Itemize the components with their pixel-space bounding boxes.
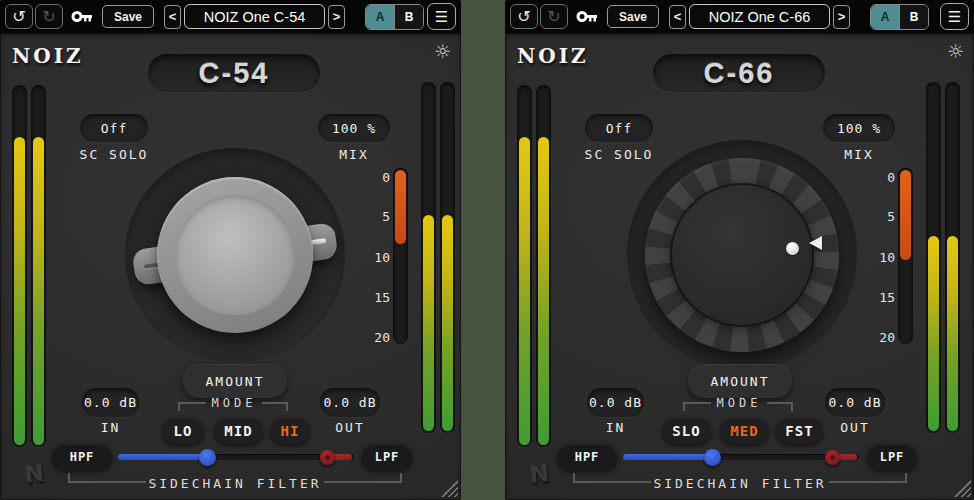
output-meter-left [926,82,941,433]
mix-value[interactable]: 100 % [318,114,390,142]
redo-button[interactable]: ↻ [540,4,568,29]
input-gain-value[interactable]: 0.0 dB [82,388,139,417]
undo-button[interactable]: ↺ [510,4,538,29]
model-title: C-54 [199,57,270,90]
output-meter-right [440,82,455,433]
model-title-plate: C-66 [653,54,825,92]
input-gain-label: IN [82,420,139,435]
gain-reduction-meter [898,168,913,344]
meter-fill [395,170,406,244]
preset-next-button[interactable]: > [328,5,345,29]
input-gain-value[interactable]: 0.0 dB [587,388,644,417]
output-meter-right [945,82,960,433]
mode-button-med[interactable]: MED [720,417,769,444]
lpf-slider-handle[interactable] [320,450,335,465]
plugin-window-c66: ↺ ↻ Save < NOIZ One C-66 > A B ☰ NOIZ C-… [505,0,974,500]
ab-b-button[interactable]: B [394,5,423,29]
mode-label: MODE [204,396,264,410]
output-gain-value[interactable]: 0.0 dB [320,388,380,417]
mode-button-mid[interactable]: MID [214,417,263,444]
hpf-slider-handle[interactable] [704,449,721,466]
gain-reduction-meter [393,168,408,344]
gr-tick: 5 [869,209,895,224]
output-gain-value[interactable]: 0.0 dB [825,388,885,417]
ab-compare-toggle: A B [365,4,424,30]
sidechain-filter-label: SIDECHAIN FILTER [651,476,829,491]
output-gain-label: OUT [825,420,885,435]
hpf-slider-fill [118,454,209,460]
ab-a-button[interactable]: A [366,5,394,29]
save-button[interactable]: Save [102,5,154,28]
gr-tick: 20 [364,330,390,345]
sidechain-bracket-left [573,473,651,483]
sidechain-filter-track[interactable] [118,454,354,460]
hpf-slider-handle[interactable] [199,449,216,466]
brightness-icon[interactable]: ☼ [947,40,964,62]
undo-button[interactable]: ↺ [5,4,33,29]
ab-a-button[interactable]: A [871,5,899,29]
gr-tick: 5 [364,209,390,224]
preset-selector[interactable]: NOIZ One C-66 [689,4,830,29]
mix-value[interactable]: 100 % [823,114,895,142]
knob-pointer-icon [809,236,822,250]
key-icon[interactable] [576,10,599,23]
gr-tick: 0 [364,170,390,185]
model-title-plate: C-54 [148,54,320,92]
gr-tick: 0 [869,170,895,185]
model-title: C-66 [704,57,775,90]
input-meter-left [517,85,532,447]
ab-compare-toggle: A B [870,4,929,30]
n-logo: N [530,459,550,489]
toolbar: ↺ ↻ Save < NOIZ One C-54 > A B ☰ [0,0,461,33]
output-gain-label: OUT [320,420,380,435]
mode-bracket-right [262,402,288,411]
mode-button-fst[interactable]: FST [776,417,823,444]
meter-fill [33,137,44,445]
mode-bracket-left [683,402,711,411]
preset-prev-button[interactable]: < [669,5,686,29]
preset-prev-button[interactable]: < [164,5,181,29]
brightness-icon[interactable]: ☼ [434,40,451,62]
preset-next-button[interactable]: > [833,5,850,29]
menu-icon[interactable]: ☰ [427,3,456,30]
gr-tick: 15 [364,290,390,305]
ab-b-button[interactable]: B [899,5,928,29]
gr-tick: 10 [364,250,390,265]
save-button[interactable]: Save [607,5,659,28]
hpf-button[interactable]: HPF [52,444,112,470]
menu-icon[interactable]: ☰ [940,3,969,30]
key-icon[interactable] [71,10,94,23]
mode-label: MODE [709,396,769,410]
mix-label: MIX [823,147,895,162]
hpf-button[interactable]: HPF [557,444,617,470]
meter-fill [14,137,25,445]
meter-fill [928,236,939,431]
meter-fill [538,137,549,445]
n-logo: N [25,459,45,489]
sc-solo-label: SC SOLO [567,147,671,162]
brand-logo: NOIZ [517,44,589,68]
lpf-slider-handle[interactable] [825,450,840,465]
brand-logo: NOIZ [12,44,84,68]
lpf-button[interactable]: LPF [867,444,917,470]
mode-button-slo[interactable]: SLO [662,417,711,444]
mode-button-hi[interactable]: HI [270,417,310,444]
knob-face[interactable] [670,183,814,327]
sc-solo-toggle[interactable]: Off [585,114,653,142]
plugin-window-c54: ↺ ↻ Save < NOIZ One C-54 > A B ☰ NOIZ C-… [0,0,461,500]
preset-selector[interactable]: NOIZ One C-54 [184,4,325,29]
mode-bracket-right [767,402,793,411]
mode-bracket-left [178,402,206,411]
gr-tick: 15 [869,290,895,305]
knob-face[interactable] [175,195,295,315]
sc-solo-label: SC SOLO [62,147,166,162]
hpf-slider-fill [623,454,714,460]
sidechain-bracket-right [829,473,907,483]
input-meter-left [12,85,27,447]
mode-button-lo[interactable]: LO [162,417,204,444]
redo-button[interactable]: ↻ [35,4,63,29]
sc-solo-toggle[interactable]: Off [80,114,148,142]
input-meter-right [31,85,46,447]
sidechain-filter-track[interactable] [623,454,859,460]
lpf-button[interactable]: LPF [362,444,412,470]
